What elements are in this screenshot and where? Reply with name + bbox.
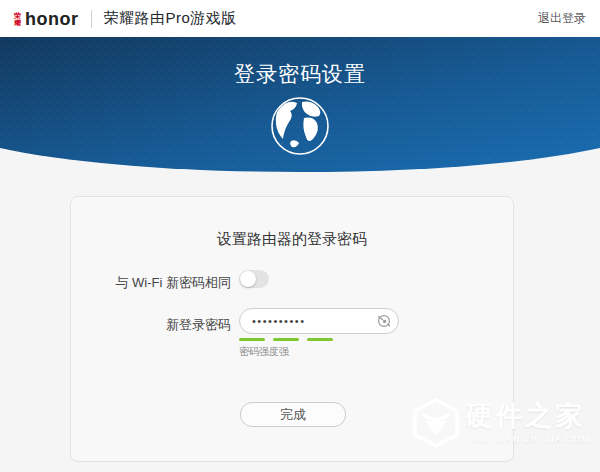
password-strength-meter xyxy=(239,338,333,341)
topbar: 荣耀 honor 荣耀路由Pro游戏版 退出登录 xyxy=(0,0,600,37)
page-title: 登录密码设置 xyxy=(0,60,600,88)
honor-logo: 荣耀 honor xyxy=(14,10,79,28)
product-name: 荣耀路由Pro游戏版 xyxy=(104,9,237,28)
honor-cn-mark: 荣耀 xyxy=(14,12,23,26)
same-as-wifi-label: 与 Wi-Fi 新密码相同 xyxy=(115,274,231,292)
card-heading: 设置路由器的登录密码 xyxy=(71,230,513,249)
done-button[interactable]: 完成 xyxy=(240,402,346,427)
strength-bar xyxy=(239,338,265,341)
logout-link[interactable]: 退出登录 xyxy=(538,10,586,27)
router-login-password-setup-page: 荣耀 honor 荣耀路由Pro游戏版 退出登录 登录密码设置 xyxy=(0,0,600,472)
honor-wordmark: honor xyxy=(25,10,79,28)
hero-banner: 登录密码设置 xyxy=(0,37,600,175)
new-password-field xyxy=(239,308,399,334)
globe-icon xyxy=(269,95,331,157)
new-password-input[interactable] xyxy=(239,308,399,334)
strength-bar xyxy=(273,338,299,341)
new-password-label: 新登录密码 xyxy=(166,316,231,334)
eye-off-icon[interactable] xyxy=(376,313,392,329)
toggle-knob xyxy=(240,271,256,287)
password-strength-text: 密码强度强 xyxy=(239,345,289,359)
brand-divider xyxy=(91,10,92,28)
strength-bar xyxy=(307,338,333,341)
password-setup-card: 设置路由器的登录密码 与 Wi-Fi 新密码相同 新登录密码 密码强度强 完成 xyxy=(70,196,514,462)
same-as-wifi-toggle[interactable] xyxy=(239,270,269,288)
